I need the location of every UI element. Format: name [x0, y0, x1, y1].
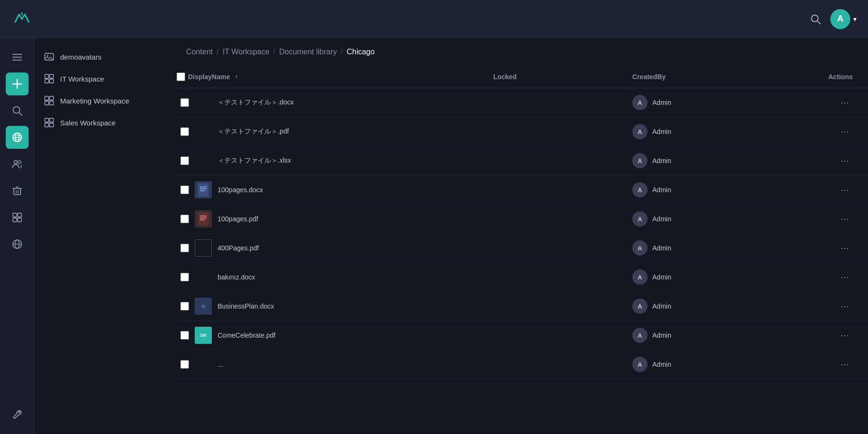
svg-rect-42	[45, 123, 49, 127]
table-cell-created-by: A Admin	[625, 234, 763, 263]
table-cell-actions: ⋯	[763, 263, 868, 292]
svg-rect-37	[50, 96, 53, 100]
sidebar-globe2-button[interactable]	[6, 233, 29, 256]
breadcrumb-content[interactable]: Content	[186, 48, 213, 56]
file-name: ComeCelebrate.pdf	[218, 331, 275, 339]
creator-avatar: A	[632, 299, 648, 314]
file-name: ＜テストファイル＞.docx	[218, 98, 293, 107]
sidebar-menu-toggle[interactable]	[6, 46, 29, 69]
row-actions-button-7[interactable]: ⋯	[837, 270, 853, 284]
sidebar-widgets-button[interactable]	[6, 206, 29, 229]
svg-point-31	[47, 55, 48, 57]
row-checkbox-4[interactable]	[180, 186, 189, 194]
table-row: ＜テストファイル＞.pdf A Admin ⋯	[173, 117, 868, 146]
table-cell-name: ＜テストファイル＞.xlsx	[173, 146, 486, 176]
table-cell-name: ...	[173, 350, 486, 379]
row-checkbox-10[interactable]	[180, 360, 189, 369]
sidebar-item-sales-workspace[interactable]: Sales Workspace	[34, 112, 173, 134]
svg-point-17	[18, 161, 21, 164]
sidebar-people-button[interactable]	[6, 153, 29, 176]
creator-name: Admin	[652, 128, 671, 135]
trash-icon	[12, 186, 22, 196]
creator-name: Admin	[652, 244, 671, 252]
select-all-checkbox[interactable]	[177, 72, 185, 81]
row-actions-button-3[interactable]: ⋯	[837, 154, 853, 168]
file-name: BusinessPlan.docx	[218, 302, 274, 310]
table-cell-locked	[486, 263, 625, 292]
row-checkbox-5[interactable]	[180, 215, 189, 223]
sidebar-item-label: demoavatars	[60, 53, 102, 61]
sidebar-search-button[interactable]	[6, 99, 29, 122]
file-thumb-none	[195, 152, 212, 169]
row-checkbox-7[interactable]	[180, 273, 189, 281]
row-actions-button-10[interactable]: ⋯	[837, 357, 853, 372]
row-checkbox-6[interactable]	[180, 244, 189, 252]
row-actions-button-6[interactable]: ⋯	[837, 241, 853, 255]
globe-icon	[12, 132, 22, 143]
table-row: 100pages.pdf A Admin ⋯	[173, 205, 868, 234]
table-row: ＜テストファイル＞.xlsx A Admin ⋯	[173, 146, 868, 176]
sidebar-item-demoavatars[interactable]: demoavatars	[34, 46, 173, 68]
svg-rect-35	[50, 79, 53, 83]
table-cell-created-by: A Admin	[625, 117, 763, 146]
sidebar-trash-button[interactable]	[6, 179, 29, 202]
svg-rect-44	[198, 183, 209, 196]
file-thumb-outline	[195, 239, 212, 257]
grid-icon	[44, 117, 54, 128]
creator-name: Admin	[652, 302, 671, 310]
creator-name: Admin	[652, 99, 671, 106]
breadcrumb-it-workspace[interactable]: IT Workspace	[223, 48, 270, 56]
svg-rect-33	[50, 74, 53, 78]
creator-avatar: A	[632, 95, 648, 110]
table-cell-actions: ⋯	[763, 117, 868, 146]
table-cell-locked	[486, 234, 625, 263]
row-checkbox-3[interactable]	[180, 156, 189, 165]
table-cell-name: 100pages.pdf	[173, 205, 486, 234]
breadcrumb-document-library[interactable]: Document library	[279, 48, 337, 56]
table-cell-actions: ⋯	[763, 146, 868, 176]
table-row: 100pages.docx A Admin ⋯	[173, 176, 868, 205]
sidebar-item-marketing-workspace[interactable]: Marketing Workspace	[34, 90, 173, 112]
file-thumb-none	[195, 94, 212, 111]
table-cell-actions: ⋯	[763, 88, 868, 117]
creator-avatar: A	[632, 269, 648, 285]
row-actions-button-8[interactable]: ⋯	[837, 299, 853, 313]
table-header: DisplayName ↑ Locked CreatedBy Actions	[173, 66, 868, 88]
creator-avatar: A	[632, 240, 648, 256]
row-actions-button-1[interactable]: ⋯	[837, 95, 853, 110]
add-content-button[interactable]	[6, 72, 29, 95]
sidebar-settings-button[interactable]	[6, 403, 29, 426]
sidebar-item-it-workspace[interactable]: IT Workspace	[34, 68, 173, 90]
creator-name: Admin	[652, 215, 671, 223]
chevron-down-icon: ▾	[853, 15, 857, 23]
table-row: ＜テストファイル＞.docx A Admin ⋯	[173, 88, 868, 117]
file-thumb-none	[195, 123, 212, 140]
sidebar-item-label: IT Workspace	[60, 75, 104, 83]
file-name: ＜テストファイル＞.xlsx	[218, 156, 291, 165]
breadcrumb-chicago[interactable]: Chicago	[346, 48, 375, 56]
sidebar-item-label: Sales Workspace	[60, 119, 115, 127]
breadcrumb-sep-1: /	[217, 48, 219, 56]
table-cell-locked	[486, 117, 625, 146]
row-actions-button-4[interactable]: ⋯	[837, 183, 853, 197]
row-checkbox-2[interactable]	[180, 127, 189, 136]
main-content: Content / IT Workspace / Document librar…	[173, 38, 868, 434]
creator-name: Admin	[652, 361, 671, 368]
row-actions-button-2[interactable]: ⋯	[837, 124, 853, 139]
row-checkbox-8[interactable]	[180, 302, 189, 310]
row-checkbox-9[interactable]	[180, 331, 189, 340]
sidebar-item-label: Marketing Workspace	[60, 97, 129, 105]
row-checkbox-1[interactable]	[180, 98, 189, 107]
file-table-body: ＜テストファイル＞.docx A Admin ⋯ ＜テストファイル＞.pdf	[173, 88, 868, 379]
table-cell-created-by: A Admin	[625, 292, 763, 321]
topbar-search-button[interactable]	[810, 14, 821, 24]
row-actions-button-5[interactable]: ⋯	[837, 212, 853, 226]
file-name: ＜テストファイル＞.pdf	[218, 127, 289, 136]
user-avatar-button[interactable]: A ▾	[830, 9, 857, 29]
breadcrumb-sep-3: /	[341, 48, 343, 56]
table-row: bakınız.docx A Admin ⋯	[173, 263, 868, 292]
sidebar-globe-button[interactable]	[6, 126, 29, 149]
svg-rect-24	[18, 213, 21, 217]
row-actions-button-9[interactable]: ⋯	[837, 328, 853, 342]
svg-rect-34	[45, 79, 49, 83]
